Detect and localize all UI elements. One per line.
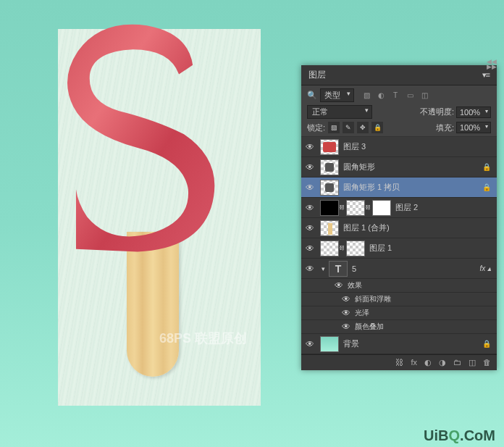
letter-s-layer	[43, 14, 232, 254]
effects-header[interactable]: 👁 效果	[301, 279, 497, 293]
lock-label: 锁定:	[307, 122, 325, 133]
fill-label: 填充:	[436, 122, 454, 133]
layer-thumbnail[interactable]	[320, 139, 339, 155]
panel-header: 图层 ▾≡	[301, 65, 497, 85]
opacity-input[interactable]: 100%	[456, 106, 491, 118]
layer-thumbnail[interactable]	[320, 336, 339, 352]
visibility-toggle[interactable]: 👁	[301, 162, 319, 172]
layer-thumbnail[interactable]	[346, 241, 365, 256]
layer-thumbnail[interactable]	[320, 241, 339, 256]
layer-name[interactable]: 图层 1	[365, 243, 497, 254]
layer-row-text[interactable]: 👁 ▾ T 5 fx ▴	[301, 259, 497, 279]
search-icon: 🔍	[307, 91, 317, 100]
layer-row[interactable]: 👁 ⛓ 图层 1	[301, 238, 497, 259]
effect-item[interactable]: 👁 光泽	[301, 306, 497, 320]
mask-thumbnail[interactable]	[372, 200, 391, 216]
layer-name[interactable]: 5	[348, 264, 479, 273]
layer-thumbnail[interactable]	[320, 220, 339, 236]
layer-thumbnail[interactable]	[346, 200, 365, 216]
watermark-bottom-right: UiBQ.CoM	[424, 427, 495, 444]
visibility-toggle[interactable]: 👁	[301, 183, 319, 193]
layers-list: 👁 图层 3 👁 圆角矩形 🔒 👁 圆角矩形 1 拷贝 🔒 👁 ⛓ ⛓ 图层 2	[301, 137, 497, 354]
effect-name: 光泽	[355, 308, 369, 318]
panel-flyout-icon[interactable]: ◀◀▶▶	[487, 59, 497, 70]
lock-position-icon[interactable]: ✥	[357, 122, 369, 133]
filter-pixel-icon[interactable]: ▧	[361, 91, 371, 101]
visibility-toggle[interactable]: 👁	[301, 142, 319, 152]
visibility-toggle[interactable]: 👁	[337, 294, 355, 304]
layer-name[interactable]: 圆角矩形	[339, 162, 482, 172]
layer-style-icon[interactable]: fx	[411, 358, 417, 367]
lock-icon[interactable]: 🔒	[482, 340, 497, 348]
visibility-toggle[interactable]: 👁	[301, 203, 319, 213]
lock-pixels-icon[interactable]: ✎	[343, 122, 354, 133]
layer-row-background[interactable]: 👁 背景 🔒	[301, 334, 497, 354]
effect-name: 斜面和浮雕	[355, 294, 391, 304]
effects-label: 效果	[348, 280, 362, 291]
layer-row[interactable]: 👁 图层 1 (合并)	[301, 218, 497, 238]
mask-link-icon[interactable]: ⛓	[339, 204, 345, 211]
layer-thumbnail[interactable]	[320, 200, 339, 216]
mask-link-icon[interactable]: ⛓	[339, 245, 345, 251]
visibility-toggle[interactable]: 👁	[301, 243, 319, 254]
lock-icon[interactable]: 🔒	[482, 163, 497, 171]
layer-name[interactable]: 图层 1 (合并)	[339, 222, 497, 233]
link-layers-icon[interactable]: ⛓	[395, 358, 403, 367]
fx-badge[interactable]: fx ▴	[479, 264, 497, 272]
visibility-toggle[interactable]: 👁	[301, 223, 319, 233]
mask-link-icon[interactable]: ⛓	[365, 204, 371, 211]
layer-mask-icon[interactable]: ◐	[424, 358, 432, 367]
layer-row[interactable]: 👁 圆角矩形 🔒	[301, 157, 497, 177]
effect-name: 颜色叠加	[355, 322, 384, 332]
collapse-arrow-icon[interactable]: ▾	[319, 265, 327, 272]
visibility-toggle[interactable]: 👁	[337, 308, 355, 318]
fill-input[interactable]: 100%	[456, 122, 491, 133]
visibility-toggle[interactable]: 👁	[301, 264, 319, 274]
layer-row[interactable]: 👁 图层 3	[301, 137, 497, 157]
lock-all-icon[interactable]: 🔒	[371, 122, 383, 133]
delete-layer-icon[interactable]: 🗑	[483, 358, 491, 367]
panel-footer: ⛓ fx ◐ ◑ 🗀 ◫ 🗑	[301, 354, 497, 370]
new-group-icon[interactable]: 🗀	[453, 358, 461, 367]
layer-row-selected[interactable]: 👁 圆角矩形 1 拷贝 🔒	[301, 177, 497, 198]
layer-name[interactable]: 图层 2	[391, 202, 497, 213]
visibility-toggle[interactable]: 👁	[337, 322, 355, 332]
panel-title: 图层	[308, 69, 326, 81]
layer-thumbnail[interactable]	[320, 159, 339, 175]
filter-adjust-icon[interactable]: ◐	[376, 91, 386, 101]
adjustment-layer-icon[interactable]: ◑	[439, 358, 446, 367]
visibility-toggle[interactable]: 👁	[330, 280, 348, 291]
opacity-label: 不透明度:	[420, 106, 454, 117]
filter-smart-icon[interactable]: ◫	[419, 91, 429, 101]
document-canvas[interactable]: 68PS 联盟原创	[58, 29, 261, 406]
layers-panel: ◀◀▶▶ 图层 ▾≡ 🔍 类型 ▧ ◐ T ▭ ◫ 正常 不透明度: 100% …	[301, 65, 497, 370]
visibility-toggle[interactable]: 👁	[301, 339, 319, 349]
new-layer-icon[interactable]: ◫	[469, 358, 476, 367]
layer-row[interactable]: 👁 ⛓ ⛓ 图层 2	[301, 198, 497, 218]
effect-item[interactable]: 👁 颜色叠加	[301, 320, 497, 334]
text-layer-icon[interactable]: T	[329, 261, 348, 277]
layer-name[interactable]: 圆角矩形 1 拷贝	[339, 182, 482, 193]
layer-name[interactable]: 背景	[339, 338, 482, 349]
layer-thumbnail[interactable]	[320, 180, 339, 196]
filter-shape-icon[interactable]: ▭	[405, 91, 415, 101]
panel-menu-icon[interactable]: ▾≡	[482, 70, 490, 80]
filter-type-dropdown[interactable]: 类型	[320, 88, 354, 102]
lock-transparency-icon[interactable]: ▧	[328, 122, 340, 133]
layer-name[interactable]: 图层 3	[339, 141, 497, 152]
blend-mode-dropdown[interactable]: 正常	[307, 105, 372, 119]
effect-item[interactable]: 👁 斜面和浮雕	[301, 293, 497, 306]
watermark-center: 68PS 联盟原创	[159, 330, 247, 347]
panel-controls: 🔍 类型 ▧ ◐ T ▭ ◫ 正常 不透明度: 100% 锁定: ▧ ✎ ✥	[301, 85, 497, 137]
filter-text-icon[interactable]: T	[390, 91, 400, 101]
lock-icon[interactable]: 🔒	[482, 183, 497, 191]
